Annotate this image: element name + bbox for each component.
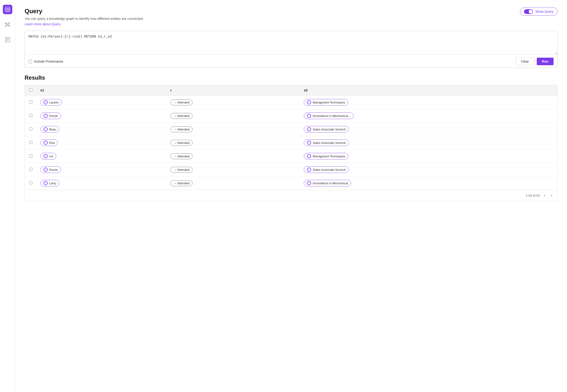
relation-chip[interactable]: → Attended (170, 180, 193, 186)
relation-label: → Attended (173, 168, 190, 171)
entity-label: Innovations in Mechanical (313, 182, 348, 185)
row-checkbox-cell (25, 150, 37, 163)
query-editor-box: Include Provenance Clear Run (25, 31, 558, 68)
show-query-toggle[interactable]: Show Query (520, 8, 558, 15)
table-row: Larry→ AttendedInnovations in Mechanical (25, 177, 557, 190)
page-title: Query (25, 8, 144, 15)
entity-chip-e1[interactable]: Larry (41, 180, 59, 186)
relation-chip[interactable]: → Attended (170, 99, 193, 105)
row-e1: Lauren (37, 96, 166, 109)
entity-chip-e2[interactable]: Managment Techniques (304, 153, 348, 159)
entity-label: Sales Associate Summit (313, 127, 346, 131)
table-row: Lauren→ AttendedManagment Techniques (25, 96, 557, 109)
svg-line-10 (6, 24, 7, 24)
entity-chip-e2[interactable]: Sales Associate Summit (304, 126, 348, 133)
learn-more-link[interactable]: Learn more about Query (25, 22, 61, 26)
entity-label: Beau (49, 127, 56, 131)
sidebar-icon-graph[interactable] (3, 20, 12, 29)
entity-chip-e1[interactable]: Uri (41, 153, 56, 159)
entity-chip-e2[interactable]: Sales Associate Summit (304, 140, 348, 146)
entity-label: Managment Techniques (313, 154, 345, 158)
entity-chip-e1[interactable]: Beau (41, 126, 59, 133)
relation-chip[interactable]: → Attended (170, 126, 193, 132)
sidebar-icon-table[interactable] (3, 5, 12, 14)
include-provenance-text: Include Provenance (34, 59, 63, 63)
entity-chip-e2[interactable]: Sales Associate Summit (304, 166, 348, 173)
entity-chip-e1[interactable]: Etta (41, 140, 58, 146)
query-textarea[interactable] (25, 31, 557, 55)
svg-point-8 (5, 26, 6, 27)
entity-chip-e2[interactable]: Innovations in Mechanical... (304, 112, 353, 119)
row-checkbox[interactable] (29, 127, 32, 130)
svg-rect-0 (5, 7, 10, 12)
header-checkbox-col (25, 85, 37, 96)
relation-label: → Attended (173, 114, 190, 118)
clear-button[interactable]: Clear (515, 58, 534, 65)
relation-label: → Attended (173, 127, 190, 131)
entity-label: Managment Techniques (313, 101, 345, 104)
query-actions: Clear Run (515, 58, 553, 65)
pagination-prev[interactable]: ‹ (542, 193, 546, 198)
row-checkbox-cell (25, 163, 37, 177)
include-provenance-checkbox[interactable] (28, 60, 32, 63)
results-table: e1 r e2 Lauren→ AttendedManagment Techni… (25, 85, 557, 190)
row-r: → Attended (166, 136, 300, 150)
header-e1: e1 (37, 85, 166, 96)
table-row: Persie→ AttendedInnovations in Mechanica… (25, 109, 557, 123)
row-checkbox[interactable] (29, 154, 32, 157)
main-content: Query You can query a knowledge graph to… (15, 0, 567, 392)
entity-icon (43, 140, 48, 145)
results-tbody: Lauren→ AttendedManagment TechniquesPers… (25, 96, 557, 190)
entity-icon (307, 154, 311, 158)
row-e2: Managment Techniques (300, 150, 557, 163)
row-checkbox[interactable] (29, 141, 32, 144)
entity-icon (307, 168, 311, 172)
entity-label: Sales Associate Summit (313, 141, 346, 145)
svg-line-11 (8, 24, 9, 24)
table-row: Beau→ AttendedSales Associate Summit (25, 123, 557, 136)
row-e1: Uri (37, 150, 166, 163)
sidebar-icon-document[interactable] (3, 35, 12, 44)
relation-chip[interactable]: → Attended (170, 113, 193, 119)
row-e1: Beau (37, 123, 166, 136)
row-r: → Attended (166, 177, 300, 190)
table-header: e1 r e2 (25, 85, 557, 96)
relation-chip[interactable]: → Attended (170, 153, 193, 159)
row-r: → Attended (166, 109, 300, 123)
row-e2: Sales Associate Summit (300, 136, 557, 150)
run-button[interactable]: Run (537, 58, 553, 65)
sidebar (0, 0, 15, 392)
row-checkbox[interactable] (29, 181, 32, 184)
page-description: You can query a knowledge graph to ident… (25, 17, 144, 21)
row-e1: Persie (37, 163, 166, 177)
header-r: r (166, 85, 300, 96)
include-provenance-label[interactable]: Include Provenance (28, 59, 63, 63)
entity-icon (307, 127, 311, 131)
entity-chip-e1[interactable]: Lauren (41, 99, 62, 106)
top-header-row: Query You can query a knowledge graph to… (25, 8, 558, 26)
header-e2: e2 (300, 85, 557, 96)
entity-chip-e1[interactable]: Persie (41, 166, 61, 173)
entity-chip-e2[interactable]: Managment Techniques (304, 99, 348, 106)
row-checkbox[interactable] (29, 168, 32, 171)
relation-label: → Attended (173, 141, 190, 145)
table-row: Uri→ AttendedManagment Techniques (25, 150, 557, 163)
entity-label: Lauren (49, 101, 59, 104)
relation-label: → Attended (173, 101, 190, 104)
row-checkbox[interactable] (29, 100, 32, 103)
entity-chip-e1[interactable]: Persie (41, 112, 61, 119)
entity-chip-e2[interactable]: Innovations in Mechanical (304, 180, 351, 186)
row-e2: Innovations in Mechanical... (300, 109, 557, 123)
select-all-checkbox[interactable] (29, 88, 32, 91)
relation-chip[interactable]: → Attended (170, 140, 193, 146)
row-e2: Innovations in Mechanical (300, 177, 557, 190)
row-e2: Managment Techniques (300, 96, 557, 109)
row-checkbox[interactable] (29, 114, 32, 117)
toggle-switch[interactable] (524, 9, 533, 14)
relation-chip[interactable]: → Attended (170, 167, 193, 173)
app-layout: Query You can query a knowledge graph to… (0, 0, 567, 392)
entity-label: Larry (49, 182, 56, 185)
svg-point-7 (9, 23, 10, 24)
relation-label: → Attended (173, 154, 190, 158)
pagination-next[interactable]: › (550, 193, 553, 198)
